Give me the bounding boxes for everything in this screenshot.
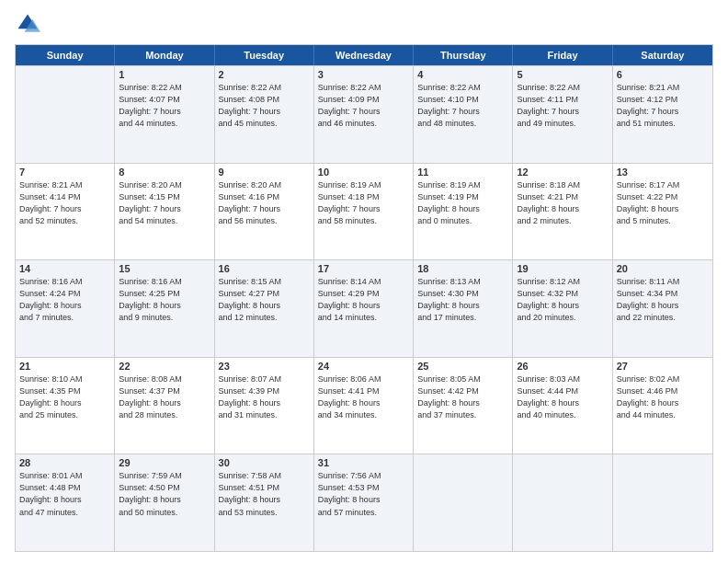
cell-line: Sunset: 4:39 PM <box>219 385 310 397</box>
cell-line: and 58 minutes. <box>318 215 409 227</box>
cell-line: Sunset: 4:35 PM <box>19 385 110 397</box>
cell-line: and 7 minutes. <box>19 312 110 324</box>
cal-cell-2-1: 15Sunrise: 8:16 AMSunset: 4:25 PMDayligh… <box>115 260 214 357</box>
cal-cell-3-2: 23Sunrise: 8:07 AMSunset: 4:39 PMDayligh… <box>215 358 314 454</box>
cell-line: Sunrise: 8:13 AM <box>417 276 508 288</box>
cal-cell-3-5: 26Sunrise: 8:03 AMSunset: 4:44 PMDayligh… <box>513 358 612 454</box>
calendar-row-3: 21Sunrise: 8:10 AMSunset: 4:35 PMDayligh… <box>16 357 712 454</box>
header-day-friday: Friday <box>513 45 612 65</box>
cal-cell-0-1: 1Sunrise: 8:22 AMSunset: 4:07 PMDaylight… <box>115 66 214 163</box>
cell-line: Sunset: 4:11 PM <box>517 94 608 106</box>
cell-line: Sunset: 4:51 PM <box>219 482 310 494</box>
cell-line: Sunset: 4:37 PM <box>119 385 210 397</box>
day-number: 22 <box>119 361 210 372</box>
cal-cell-2-2: 16Sunrise: 8:15 AMSunset: 4:27 PMDayligh… <box>215 260 314 357</box>
cal-cell-0-5: 5Sunrise: 8:22 AMSunset: 4:11 PMDaylight… <box>513 66 612 163</box>
cell-line: and 20 minutes. <box>517 312 608 324</box>
cell-line: Sunrise: 8:20 AM <box>119 179 210 191</box>
calendar-row-4: 28Sunrise: 8:01 AMSunset: 4:48 PMDayligh… <box>16 454 712 551</box>
cell-line: Sunset: 4:21 PM <box>517 191 608 203</box>
cell-line: Sunrise: 8:22 AM <box>417 82 508 94</box>
cell-line: Sunset: 4:15 PM <box>119 191 210 203</box>
cell-line: Sunset: 4:19 PM <box>417 191 508 203</box>
cell-line: and 57 minutes. <box>318 507 409 519</box>
cell-line: Sunrise: 8:10 AM <box>19 373 110 385</box>
cell-line: and 12 minutes. <box>219 312 310 324</box>
cell-line: Sunrise: 8:22 AM <box>318 82 409 94</box>
cell-line: Sunrise: 8:17 AM <box>617 179 709 191</box>
day-number: 14 <box>19 263 110 274</box>
cell-line: Daylight: 7 hours <box>617 106 709 118</box>
day-number: 29 <box>119 457 210 468</box>
cal-cell-1-6: 13Sunrise: 8:17 AMSunset: 4:22 PMDayligh… <box>613 164 712 260</box>
day-number: 2 <box>219 69 310 80</box>
cell-line: Sunset: 4:29 PM <box>318 288 409 300</box>
cell-line: Daylight: 8 hours <box>617 203 709 215</box>
header-day-sunday: Sunday <box>16 45 115 65</box>
day-number: 16 <box>219 263 310 274</box>
cell-line: Daylight: 8 hours <box>119 494 210 506</box>
day-number: 30 <box>219 457 310 468</box>
cal-cell-4-6 <box>613 454 712 551</box>
cell-line: Sunrise: 8:05 AM <box>417 373 508 385</box>
cell-line: Daylight: 8 hours <box>19 397 110 409</box>
cal-cell-4-2: 30Sunrise: 7:58 AMSunset: 4:51 PMDayligh… <box>215 454 314 551</box>
day-number: 1 <box>119 69 210 80</box>
cal-cell-2-4: 18Sunrise: 8:13 AMSunset: 4:30 PMDayligh… <box>414 260 513 357</box>
cal-cell-2-0: 14Sunrise: 8:16 AMSunset: 4:24 PMDayligh… <box>16 260 115 357</box>
header-day-monday: Monday <box>115 45 214 65</box>
cell-line: Sunset: 4:44 PM <box>517 385 608 397</box>
day-number: 5 <box>517 69 608 80</box>
cell-line: Sunrise: 8:16 AM <box>19 276 110 288</box>
cell-line: Sunrise: 8:08 AM <box>119 373 210 385</box>
cal-cell-1-4: 11Sunrise: 8:19 AMSunset: 4:19 PMDayligh… <box>414 164 513 260</box>
cell-line: Sunrise: 8:22 AM <box>517 82 608 94</box>
day-number: 15 <box>119 263 210 274</box>
calendar-row-0: 1Sunrise: 8:22 AMSunset: 4:07 PMDaylight… <box>16 65 712 163</box>
calendar-header: SundayMondayTuesdayWednesdayThursdayFrid… <box>16 45 712 65</box>
cal-cell-2-5: 19Sunrise: 8:12 AMSunset: 4:32 PMDayligh… <box>513 260 612 357</box>
cell-line: Sunset: 4:10 PM <box>417 94 508 106</box>
cell-line: Sunset: 4:12 PM <box>617 94 709 106</box>
day-number: 9 <box>219 167 310 178</box>
cell-line: Daylight: 8 hours <box>517 397 608 409</box>
cell-line: and 37 minutes. <box>417 409 508 421</box>
cal-cell-1-1: 8Sunrise: 8:20 AMSunset: 4:15 PMDaylight… <box>115 164 214 260</box>
day-number: 3 <box>318 69 409 80</box>
cell-line: and 51 minutes. <box>617 118 709 130</box>
day-number: 24 <box>318 361 409 372</box>
cell-line: Sunset: 4:48 PM <box>19 482 110 494</box>
day-number: 23 <box>219 361 310 372</box>
cell-line: Daylight: 8 hours <box>219 494 310 506</box>
cell-line: Sunset: 4:14 PM <box>19 191 110 203</box>
cell-line: and 56 minutes. <box>219 215 310 227</box>
cell-line: Sunset: 4:08 PM <box>219 94 310 106</box>
cell-line: Sunrise: 8:19 AM <box>318 179 409 191</box>
cell-line: Daylight: 8 hours <box>517 203 608 215</box>
cal-cell-3-6: 27Sunrise: 8:02 AMSunset: 4:46 PMDayligh… <box>613 358 712 454</box>
cell-line: Sunrise: 8:02 AM <box>617 373 709 385</box>
cell-line: and 0 minutes. <box>417 215 508 227</box>
cell-line: and 50 minutes. <box>119 507 210 519</box>
cell-line: and 46 minutes. <box>318 118 409 130</box>
cell-line: Daylight: 8 hours <box>19 494 110 506</box>
cell-line: Daylight: 7 hours <box>517 106 608 118</box>
cell-line: and 54 minutes. <box>119 215 210 227</box>
cal-cell-0-0 <box>16 66 115 163</box>
cell-line: Daylight: 7 hours <box>318 106 409 118</box>
calendar-body: 1Sunrise: 8:22 AMSunset: 4:07 PMDaylight… <box>16 65 712 551</box>
day-number: 4 <box>417 69 508 80</box>
cell-line: Sunset: 4:42 PM <box>417 385 508 397</box>
cell-line: Sunrise: 8:11 AM <box>617 276 709 288</box>
cell-line: Sunrise: 8:03 AM <box>517 373 608 385</box>
cell-line: and 48 minutes. <box>417 118 508 130</box>
cell-line: and 28 minutes. <box>119 409 210 421</box>
cell-line: Sunrise: 8:07 AM <box>219 373 310 385</box>
cell-line: Daylight: 8 hours <box>517 300 608 312</box>
cal-cell-3-1: 22Sunrise: 8:08 AMSunset: 4:37 PMDayligh… <box>115 358 214 454</box>
cell-line: Sunrise: 8:06 AM <box>318 373 409 385</box>
day-number: 27 <box>617 361 709 372</box>
cell-line: Sunrise: 8:22 AM <box>219 82 310 94</box>
cell-line: Sunset: 4:53 PM <box>318 482 409 494</box>
cell-line: Daylight: 7 hours <box>318 203 409 215</box>
